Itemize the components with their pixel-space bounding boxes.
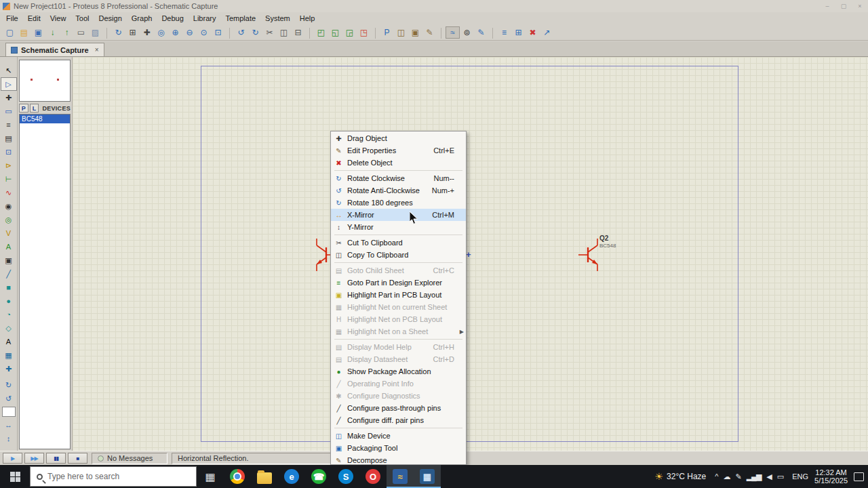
redo-icon[interactable]: ↻ [248,26,262,39]
subcircuit-mode-icon[interactable]: ⊡ [1,145,17,159]
menu-file[interactable]: File [1,13,23,24]
print-icon[interactable]: ▭ [74,26,88,39]
file-explorer-icon[interactable] [251,465,278,488]
tape-recorder-mode-icon[interactable]: ◉ [1,199,17,213]
voltage-probe-mode-icon[interactable]: V [1,226,17,240]
menu-item-configure-diagnostics[interactable]: ✱ Configure Diagnostics [331,390,466,402]
property-assignment-icon[interactable]: ✎ [474,26,488,39]
menu-item-highlight-part-in-pcb-layout[interactable]: ▣ Highlight Part in PCB Layout [331,289,466,301]
overview-window[interactable] [19,60,71,102]
schematic-canvas[interactable]: Q2 BC548 + [73,57,868,451]
zoom-in-icon[interactable]: ⊕ [168,26,182,39]
menu-system[interactable]: System [260,13,295,24]
minimize-button[interactable]: – [819,1,835,12]
menu-library[interactable]: Library [189,13,221,24]
menu-view[interactable]: View [45,13,71,24]
menu-item-edit-properties[interactable]: ✎ Edit Properties Ctrl+E [331,144,466,157]
task-view-button[interactable]: ▦ [197,465,224,488]
rotate-block-icon[interactable]: ◲ [342,26,357,39]
design-explorer-icon[interactable]: ≡ [497,26,511,39]
menu-template[interactable]: Template [220,13,260,24]
centre-at-cursor-icon[interactable]: ◎ [154,26,168,39]
menu-item-delete-object[interactable]: ✖ Delete Object [331,157,466,169]
menu-item-cut-to-clipboard[interactable]: ✂ Cut To Clipboard [331,237,466,249]
generator-mode-icon[interactable]: ◎ [1,213,17,226]
graphics-box-mode-icon[interactable]: ■ [1,281,17,294]
weather-widget[interactable]: ☀ 32°C Haze [655,471,707,482]
y-mirror-button[interactable]: ↕ [1,432,17,445]
save-project-icon[interactable]: ▣ [31,26,45,39]
stop-button[interactable]: ■ [68,453,87,464]
device-pin-mode-icon[interactable]: ⊢ [1,172,17,186]
menu-item-make-device[interactable]: ◫ Make Device [331,430,466,442]
buses-mode-icon[interactable]: ▤ [1,131,17,145]
proteus-icon[interactable]: ≈ [387,465,414,488]
x-mirror-button[interactable]: ↔ [1,418,17,432]
action-center-button[interactable] [854,472,864,481]
menu-item-copy-to-clipboard[interactable]: ◫ Copy To Clipboard [331,249,466,261]
graphics-circle-mode-icon[interactable]: ● [1,294,17,308]
start-button[interactable] [0,465,30,488]
menu-item-goto-part-in-design-explorer[interactable]: ≡ Goto Part in Design Explorer [331,277,466,289]
network-icon[interactable]: ▂▄▆ [747,472,762,481]
goto-sheet-icon[interactable]: ↗ [540,26,554,39]
maximize-button[interactable]: ▢ [835,1,852,12]
step-button[interactable]: ▶▶ [24,453,44,464]
rotation-angle-input[interactable] [2,407,16,417]
paste-icon[interactable]: ⊟ [291,26,305,39]
menu-item-operating-point-info[interactable]: ╱ Operating Point Info [331,378,466,390]
search-input[interactable] [47,472,190,481]
current-probe-mode-icon[interactable]: A [1,240,17,253]
terminal-mode-icon[interactable]: ⊳ [1,159,17,172]
undo-icon[interactable]: ↺ [234,26,248,39]
taskbar-clock[interactable]: 12:32 AM 5/15/2025 [814,468,848,485]
rotate-clockwise-button[interactable]: ↻ [1,378,17,392]
device-bc548[interactable]: BC548 [20,115,70,123]
proteus-capture-icon[interactable]: ▦ [414,465,441,488]
menu-item-x-mirror[interactable]: ↔ X-Mirror Ctrl+M [331,209,466,221]
move-block-icon[interactable]: ◱ [328,26,342,39]
graphics-line-mode-icon[interactable]: ╱ [1,267,17,281]
packaging-tool-icon[interactable]: ▣ [408,26,422,39]
menu-design[interactable]: Design [94,13,127,24]
junction-dot-mode-icon[interactable]: ✚ [1,91,17,104]
menu-edit[interactable]: Edit [23,13,45,24]
menu-item-configure-pass-through-pins[interactable]: ╱ Configure pass-through pins [331,402,466,414]
whatsapp-icon[interactable]: ☎ [305,465,332,488]
new-sheet-icon[interactable]: ⊞ [511,26,526,39]
pause-button[interactable]: ▮▮ [46,453,66,464]
battery-icon[interactable]: ▭ [777,472,783,481]
menu-item-packaging-tool[interactable]: ▣ Packaging Tool [331,442,466,454]
graph-mode-icon[interactable]: ∿ [1,186,17,199]
selection-mode-icon[interactable]: ↖ [1,64,17,77]
export-section-icon[interactable]: ↑ [60,26,74,39]
text-script-mode-icon[interactable]: ≡ [1,118,17,131]
pick-parts-icon[interactable]: P [380,26,394,39]
hidden-icons-button[interactable]: ^ [715,472,717,481]
menu-item-drag-object[interactable]: ✚ Drag Object [331,132,466,144]
opera-icon[interactable]: O [359,465,387,488]
search-tag-icon[interactable]: ⊚ [460,26,474,39]
onedrive-icon[interactable]: ☁ [723,472,730,481]
graphics-path-mode-icon[interactable]: ◇ [1,321,17,335]
virtual-instruments-mode-icon[interactable]: ▣ [1,253,17,267]
component-mode-icon[interactable]: ▷ [1,77,17,91]
close-button[interactable]: × [852,1,868,12]
import-section-icon[interactable]: ↓ [45,26,60,39]
tab-close-icon[interactable]: × [92,46,99,54]
library-manager-button[interactable]: L [30,104,39,113]
graphics-arc-mode-icon[interactable]: ◔ [1,308,17,321]
wire-label-mode-icon[interactable]: ▭ [1,104,17,118]
menu-item-highlight-net-current-sheet[interactable]: ▦ Highlight Net on current Sheet [331,301,466,313]
menu-item-rotate-anticlockwise[interactable]: ↺ Rotate Anti-Clockwise Num-+ [331,184,466,197]
mark-output-area-icon[interactable]: ▨ [88,26,102,39]
copy-icon[interactable]: ◫ [277,26,291,39]
rotate-anticlockwise-button[interactable]: ↺ [1,392,17,405]
menu-item-rotate-clockwise[interactable]: ↻ Rotate Clockwise Num-- [331,172,466,184]
menu-item-y-mirror[interactable]: ↕ Y-Mirror [331,221,466,233]
menu-item-display-model-help[interactable]: ▤ Display Model Help Ctrl+H [331,341,466,353]
pick-devices-button[interactable]: P [19,104,28,113]
menu-debug[interactable]: Debug [157,13,188,24]
menu-item-highlight-net-a-sheet[interactable]: ▦ Highlight Net on a Sheet ▶ [331,325,466,338]
copy-block-icon[interactable]: ◰ [314,26,328,39]
